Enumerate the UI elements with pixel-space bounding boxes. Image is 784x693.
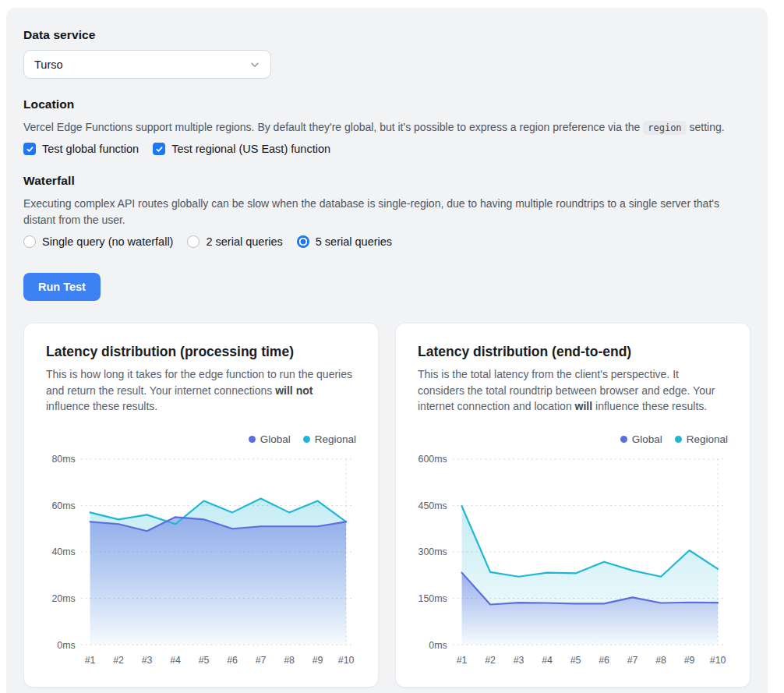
x-tick-label: #8	[655, 655, 666, 666]
card-desc-bold: will not	[275, 384, 313, 397]
checkbox-checked-icon[interactable]	[23, 143, 36, 155]
waterfall-description: Executing complex API routes globally ca…	[23, 196, 750, 228]
card-desc-suffix: influence these results.	[592, 400, 707, 412]
location-checkbox-row: Test global function Test regional (US E…	[23, 143, 750, 155]
legend-item-global: Global	[249, 433, 291, 445]
radio-5-serial-queries[interactable]: 5 serial queries	[297, 235, 392, 248]
x-tick-label: #9	[313, 655, 323, 666]
x-tick-label: #6	[599, 655, 609, 666]
checkbox-label: Test regional (US East) function	[171, 143, 330, 155]
radio-2-serial-queries[interactable]: 2 serial queries	[187, 235, 282, 248]
y-tick-label: 600ms	[418, 454, 447, 465]
app-panel: Data service Turso Location Vercel Edge …	[6, 8, 768, 693]
global-legend-dot-icon	[249, 436, 256, 443]
radio-label: 2 serial queries	[206, 235, 282, 248]
y-tick-label: 0ms	[429, 640, 447, 651]
checkbox-test-global-function[interactable]: Test global function	[23, 143, 139, 155]
chart-cards: Latency distribution (processing time) T…	[23, 323, 750, 688]
card-title: Latency distribution (end-to-end)	[418, 344, 728, 360]
legend-label: Regional	[315, 433, 356, 445]
y-tick-label: 80ms	[51, 454, 75, 465]
x-tick-label: #5	[199, 655, 210, 666]
x-tick-label: #9	[684, 655, 695, 666]
location-heading: Location	[23, 97, 750, 111]
y-tick-label: 0ms	[57, 640, 75, 651]
regional-legend-dot-icon	[303, 436, 310, 443]
card-desc-bold: will	[575, 400, 593, 412]
card-description: This is how long it takes for the edge f…	[46, 366, 356, 415]
x-tick-label: #10	[338, 655, 355, 666]
card-description: This is the total latency from the clien…	[418, 366, 728, 415]
x-tick-label: #2	[113, 655, 124, 666]
x-tick-label: #2	[485, 655, 496, 666]
processing-time-card: Latency distribution (processing time) T…	[23, 323, 379, 688]
x-tick-label: #7	[627, 655, 638, 666]
location-desc-text: Vercel Edge Functions support multiple r…	[23, 121, 643, 133]
x-tick-label: #4	[170, 655, 181, 666]
processing-time-latency-chart: 0ms20ms40ms60ms80ms#1#2#3#4#5#6#7#8#9#10	[46, 450, 356, 670]
legend-label: Global	[632, 433, 662, 445]
location-description: Vercel Edge Functions support multiple r…	[23, 119, 750, 136]
chart-legend: Global Regional	[46, 433, 356, 445]
legend-item-global: Global	[620, 433, 662, 445]
location-desc-suffix: setting.	[687, 121, 725, 133]
x-tick-label: #5	[570, 655, 581, 666]
x-tick-label: #4	[542, 655, 553, 666]
x-tick-label: #1	[85, 655, 96, 666]
y-tick-label: 60ms	[51, 500, 75, 511]
y-tick-label: 20ms	[51, 593, 75, 604]
radio-single-query[interactable]: Single query (no waterfall)	[23, 235, 173, 248]
y-tick-label: 450ms	[418, 500, 447, 511]
checkbox-checked-icon[interactable]	[153, 143, 165, 155]
data-service-section: Data service Turso	[23, 28, 750, 79]
radio-unselected-icon[interactable]	[23, 235, 36, 248]
x-tick-label: #7	[256, 655, 267, 666]
radio-label: Single query (no waterfall)	[42, 235, 173, 248]
global-area	[90, 518, 347, 645]
location-section: Location Vercel Edge Functions support m…	[23, 97, 750, 155]
x-tick-label: #3	[142, 655, 153, 666]
end-to-end-card: Latency distribution (end-to-end) This i…	[395, 323, 750, 688]
legend-label: Regional	[687, 433, 728, 445]
waterfall-heading: Waterfall	[23, 174, 750, 188]
legend-item-regional: Regional	[675, 433, 728, 445]
x-tick-label: #8	[284, 655, 295, 666]
data-service-selected-value: Turso	[34, 58, 63, 71]
radio-unselected-icon[interactable]	[187, 235, 200, 248]
radio-selected-icon[interactable]	[297, 235, 309, 248]
x-tick-label: #3	[514, 655, 524, 666]
checkbox-test-regional-function[interactable]: Test regional (US East) function	[153, 143, 330, 155]
card-desc-suffix: influence these results.	[46, 400, 157, 412]
region-code-chip: region	[643, 121, 686, 135]
x-tick-label: #10	[710, 655, 726, 666]
legend-item-regional: Regional	[303, 433, 356, 445]
checkbox-label: Test global function	[42, 143, 139, 155]
regional-legend-dot-icon	[675, 436, 682, 443]
chart-legend: Global Regional	[418, 433, 728, 445]
waterfall-radio-row: Single query (no waterfall) 2 serial que…	[23, 235, 750, 248]
y-tick-label: 150ms	[418, 593, 447, 604]
global-legend-dot-icon	[620, 436, 627, 443]
chevron-down-icon	[249, 59, 260, 70]
y-tick-label: 40ms	[51, 547, 75, 558]
radio-label: 5 serial queries	[316, 235, 392, 248]
end-to-end-latency-chart: 0ms150ms300ms450ms600ms#1#2#3#4#5#6#7#8#…	[418, 450, 728, 670]
data-service-heading: Data service	[23, 28, 750, 42]
x-tick-label: #6	[227, 655, 238, 666]
card-title: Latency distribution (processing time)	[46, 344, 356, 360]
data-service-select[interactable]: Turso	[23, 50, 271, 79]
y-tick-label: 300ms	[418, 547, 447, 558]
x-tick-label: #1	[457, 655, 468, 666]
run-test-button[interactable]: Run Test	[23, 273, 101, 301]
waterfall-section: Waterfall Executing complex API routes g…	[23, 174, 750, 248]
legend-label: Global	[260, 433, 291, 445]
